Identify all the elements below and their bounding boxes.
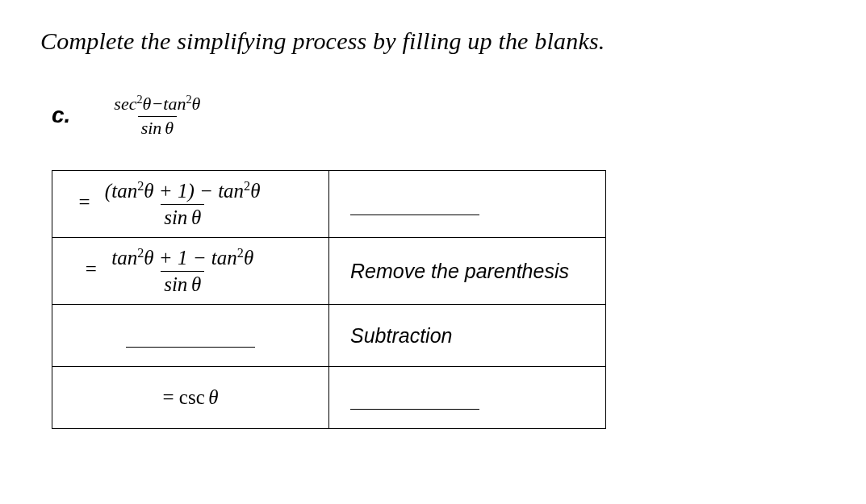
- step-1-reason-blank[interactable]: [329, 170, 606, 237]
- step-2-reason: Remove the parenthesis: [329, 238, 606, 305]
- instruction-text: Complete the simplifying process by fill…: [40, 27, 826, 55]
- step-3-reason: Subtraction: [329, 305, 606, 367]
- simplification-table: = (tan2θ + 1) − tan2θ sinθ = tan2θ + 1 −…: [52, 170, 606, 430]
- table-row: = tan2θ + 1 − tan2θ sinθ Remove the pare…: [52, 238, 606, 305]
- step-4-reason-blank[interactable]: [329, 367, 606, 429]
- step-1-expression: = (tan2θ + 1) − tan2θ sinθ: [52, 170, 329, 237]
- blank-input[interactable]: [126, 324, 255, 348]
- original-expression: sec2θ−tan2θ sinθ: [111, 94, 203, 138]
- table-row: Subtraction: [52, 305, 606, 367]
- problem-statement: c. sec2θ−tan2θ sinθ: [52, 94, 826, 138]
- table-row: = cscθ: [52, 367, 606, 429]
- table-row: = (tan2θ + 1) − tan2θ sinθ: [52, 170, 606, 237]
- step-3-expression-blank[interactable]: [52, 305, 329, 367]
- blank-input[interactable]: [350, 386, 479, 410]
- blank-input[interactable]: [350, 193, 479, 216]
- step-2-expression: = tan2θ + 1 − tan2θ sinθ: [52, 238, 329, 305]
- problem-label: c.: [52, 102, 70, 128]
- step-4-expression: = cscθ: [52, 367, 329, 429]
